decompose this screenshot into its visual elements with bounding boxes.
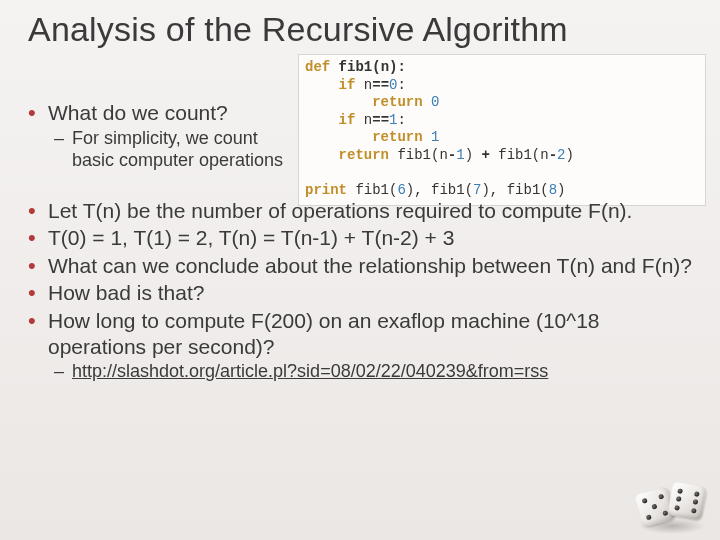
code-text: n [355,77,372,93]
code-text: : [397,77,405,93]
die-icon [667,481,706,520]
bullet-text: How long to compute F(200) on an exaflop… [48,309,600,358]
code-kw: def [305,59,330,75]
code-op: == [372,77,389,93]
link-text[interactable]: http://slashdot.org/article.pl?sid=08/02… [72,361,548,381]
sub-bullet-item: http://slashdot.org/article.pl?sid=08/02… [48,361,698,383]
bullet-item: What can we conclude about the relations… [26,253,698,279]
code-kw: if [305,77,355,93]
dice-decoration [632,470,712,536]
bullet-list: What do we count? For simplicity, we cou… [26,100,698,383]
bullet-item: T(0) = 1, T(1) = 2, T(n) = T(n-1) + T(n-… [26,225,698,251]
bullet-item: How long to compute F(200) on an exaflop… [26,308,698,383]
slide-body: What do we count? For simplicity, we cou… [26,100,698,385]
bullet-text: What do we count? [48,101,228,124]
slide-title: Analysis of the Recursive Algorithm [0,0,720,49]
bullet-item: What do we count? For simplicity, we cou… [26,100,296,172]
code-text: fib1(n): [330,59,406,75]
sub-bullet-list: http://slashdot.org/article.pl?sid=08/02… [48,361,698,383]
bullet-item: Let T(n) be the number of operations req… [26,198,698,224]
sub-bullet-item: For simplicity, we count basic computer … [48,128,296,172]
sub-bullet-list: For simplicity, we count basic computer … [48,128,296,172]
bullet-item: How bad is that? [26,280,698,306]
